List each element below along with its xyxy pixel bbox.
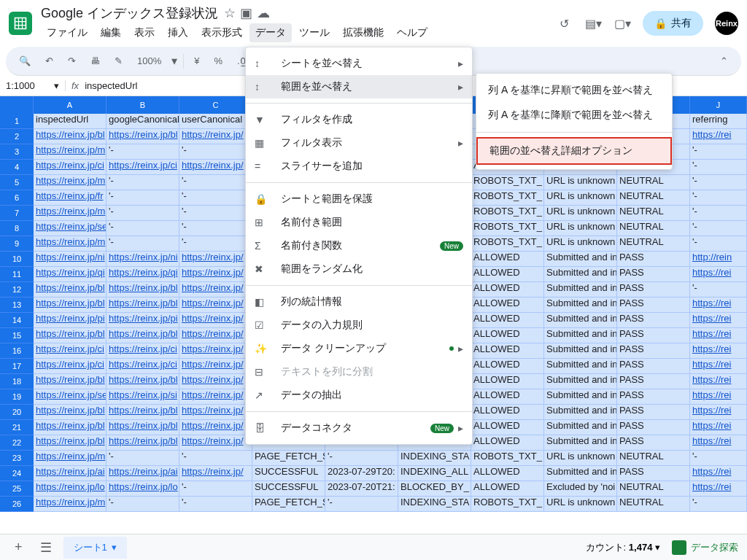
row-header[interactable]: 12 [0, 282, 34, 298]
menu-col-stats[interactable]: ◧列の統計情報 [246, 290, 472, 314]
cell[interactable]: ALLOWED [471, 298, 544, 313]
cell[interactable]: https://reinx.jp/ [179, 129, 252, 144]
cell[interactable]: NEUTRAL [617, 175, 690, 190]
search-icon[interactable]: 🔍 [15, 52, 35, 69]
row-header[interactable]: 14 [0, 313, 34, 328]
col-header-J[interactable]: J [690, 96, 747, 114]
cell[interactable]: '- [325, 497, 398, 512]
cell[interactable]: PASS [617, 328, 690, 343]
cell[interactable]: SUCCESSFUL [252, 466, 325, 481]
cell[interactable]: PASS [617, 267, 690, 282]
cell[interactable]: '- [690, 221, 747, 236]
cell[interactable]: https://reinx.jp/ [179, 282, 252, 298]
cell[interactable]: PASS [617, 313, 690, 328]
cell[interactable]: https://reinx.jp/ [179, 313, 252, 328]
cell[interactable]: https://reinx.jp/bl [107, 328, 179, 343]
cell[interactable]: URL is unknown [544, 236, 617, 252]
cell[interactable]: ROBOTS_TXT_ [471, 190, 544, 206]
cell[interactable]: https://reinx.jp/ci [107, 343, 179, 359]
submenu-sort-asc[interactable]: 列 A を基準に昇順で範囲を並べ替え [476, 78, 672, 103]
cell[interactable]: http://rein [690, 252, 747, 267]
cell[interactable]: https://rei [690, 298, 747, 313]
cell[interactable]: https://rei [690, 435, 747, 451]
row-header[interactable]: 3 [0, 144, 34, 160]
row-header[interactable]: 15 [0, 328, 34, 343]
cell[interactable]: https://reinx.jp/ci [107, 160, 179, 175]
cell[interactable]: https://reinx.jp/pi [34, 313, 107, 328]
meet-icon[interactable]: ▢▾ [614, 15, 631, 32]
menu-randomize[interactable]: ✖範囲をランダム化 [246, 257, 472, 281]
cell[interactable]: https://reinx.jp/bl [107, 129, 179, 144]
select-all-corner[interactable] [0, 96, 34, 114]
row-header[interactable]: 13 [0, 298, 34, 313]
cell[interactable]: '- [107, 206, 179, 221]
cell[interactable]: NEUTRAL [617, 236, 690, 252]
row-header[interactable]: 8 [0, 221, 34, 236]
cell[interactable]: '- [325, 451, 398, 466]
collapse-toolbar-icon[interactable]: ⌃ [716, 52, 732, 69]
cell[interactable]: https://reinx.jp/ai [34, 466, 107, 481]
menu-ヘルプ[interactable]: ヘルプ [391, 23, 433, 42]
cell[interactable]: https://reinx.jp/m [34, 206, 107, 221]
cell[interactable]: https://rei [690, 420, 747, 435]
cell[interactable]: Submitted and in [544, 313, 617, 328]
cell[interactable]: '- [690, 160, 747, 175]
row-header[interactable]: 16 [0, 343, 34, 359]
print-icon[interactable]: 🖶 [86, 52, 104, 69]
cell[interactable]: Submitted and in [544, 252, 617, 267]
cell[interactable]: Submitted and in [544, 328, 617, 343]
cell[interactable]: NEUTRAL [617, 481, 690, 497]
cell[interactable]: https://reinx.jp/ci [34, 359, 107, 374]
row-header[interactable]: 11 [0, 267, 34, 282]
cell[interactable]: ROBOTS_TXT_ [471, 175, 544, 190]
cell[interactable]: PASS [617, 420, 690, 435]
cell[interactable]: '- [690, 451, 747, 466]
row-header[interactable]: 23 [0, 451, 34, 466]
cell[interactable]: https://rei [690, 466, 747, 481]
cell[interactable]: https://reinx.jp/bl [107, 374, 179, 389]
cell[interactable]: URL is unknown [544, 190, 617, 206]
cell[interactable]: ROBOTS_TXT_ [471, 236, 544, 252]
cell[interactable]: https://rei [690, 328, 747, 343]
formula-bar[interactable]: inspectedUrl [85, 80, 137, 91]
row-header[interactable]: 6 [0, 190, 34, 206]
row-header[interactable]: 26 [0, 497, 34, 512]
cell[interactable]: INDEXING_STA [398, 451, 471, 466]
row-header[interactable]: 19 [0, 389, 34, 405]
move-icon[interactable]: ▣ [240, 5, 252, 21]
cell[interactable]: NEUTRAL [617, 221, 690, 236]
cell[interactable]: https://reinx.jp/ [179, 267, 252, 282]
cell[interactable]: '- [690, 144, 747, 160]
cell[interactable]: PAGE_FETCH_S [252, 497, 325, 512]
cloud-icon[interactable]: ☁ [257, 5, 270, 21]
cell[interactable]: https://reinx.jp/ [179, 466, 252, 481]
doc-title[interactable]: Google インデックス登録状況 [41, 4, 218, 22]
cell[interactable]: NEUTRAL [617, 190, 690, 206]
cell[interactable]: URL is unknown [544, 175, 617, 190]
cell[interactable]: https://reinx.jp/se [34, 221, 107, 236]
cell[interactable]: PASS [617, 343, 690, 359]
menu-表示形式[interactable]: 表示形式 [196, 23, 248, 42]
cell[interactable]: https://reinx.jp/ [179, 252, 252, 267]
menu-cleanup[interactable]: ✨データ クリーンアップ▸ [246, 337, 472, 360]
cell[interactable]: '- [179, 497, 252, 512]
cell[interactable]: https://reinx.jp/bl [107, 298, 179, 313]
cell[interactable]: ALLOWED [471, 435, 544, 451]
row-header[interactable]: 17 [0, 359, 34, 374]
cell[interactable]: https://reinx.jp/ci [107, 359, 179, 374]
cell[interactable]: '- [107, 144, 179, 160]
menu-表示[interactable]: 表示 [128, 23, 160, 42]
redo-icon[interactable]: ↷ [63, 52, 80, 69]
cell[interactable]: PASS [617, 389, 690, 405]
cell[interactable]: https://reinx.jp/bl [34, 374, 107, 389]
cell[interactable]: ALLOWED [471, 252, 544, 267]
row-header[interactable]: 24 [0, 466, 34, 481]
cell[interactable]: https://reinx.jp/ai [107, 466, 179, 481]
menu-protect[interactable]: 🔒シートと範囲を保護 [246, 187, 472, 211]
cell[interactable]: 2023-07-20T21: [325, 481, 398, 497]
cell[interactable]: '- [107, 451, 179, 466]
row-header[interactable]: 25 [0, 481, 34, 497]
cell[interactable]: https://rei [690, 405, 747, 420]
cell[interactable]: '- [107, 175, 179, 190]
cell[interactable]: googleCanonical [107, 114, 179, 129]
